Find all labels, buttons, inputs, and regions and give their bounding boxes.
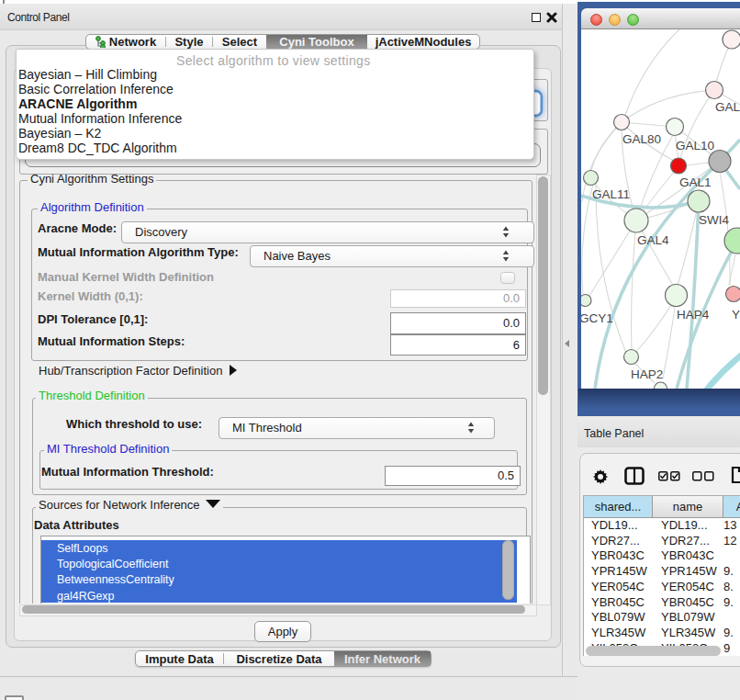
svg-text:GAL4: GAL4 (637, 233, 669, 247)
svg-text:HAP2: HAP2 (631, 367, 663, 381)
svg-text:GAL: GAL (715, 100, 740, 114)
svg-text:GCY1: GCY1 (581, 311, 613, 325)
svg-text:GAL80: GAL80 (622, 132, 661, 146)
svg-text:GAL10: GAL10 (676, 139, 714, 152)
svg-text:SWI4: SWI4 (699, 213, 729, 227)
svg-text:GAL1: GAL1 (679, 175, 712, 189)
svg-text:Y: Y (732, 308, 740, 322)
svg-text:HAP4: HAP4 (677, 308, 710, 322)
svg-text:GAL11: GAL11 (592, 187, 630, 201)
